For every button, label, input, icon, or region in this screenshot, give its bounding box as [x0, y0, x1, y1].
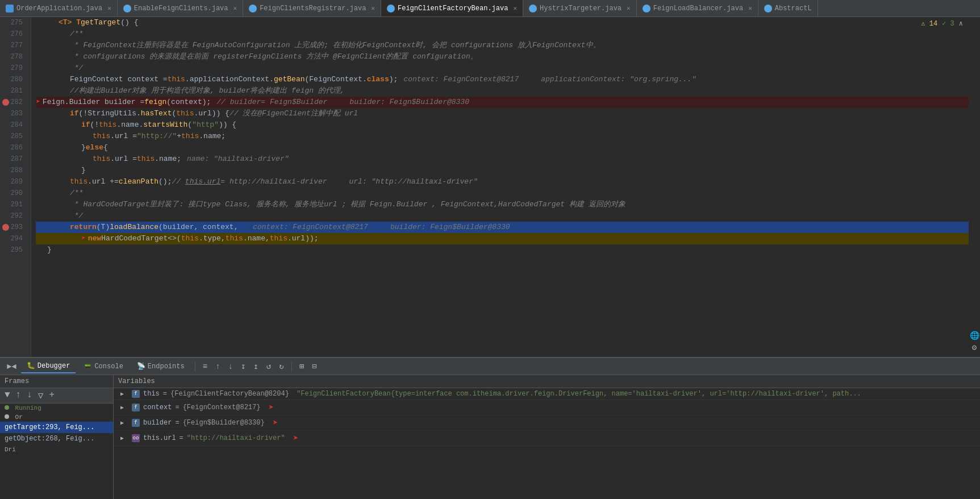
variable-this[interactable]: f this = {FeignClientFactoryBean@8204} "… [114, 388, 980, 400]
expand-builder-icon[interactable] [120, 419, 128, 427]
var-type-icon-builder: f [132, 419, 140, 427]
gutter-line-284: 284 [0, 119, 26, 131]
iface-icon [387, 5, 395, 13]
close-icon[interactable]: ✕ [233, 5, 237, 12]
frame-get-object[interactable]: getObject:268, Feig... [0, 433, 113, 444]
tab-bar: OrderApplication.java ✕ EnableFeignClien… [0, 0, 980, 17]
tab-order-application[interactable]: OrderApplication.java ✕ [0, 0, 118, 17]
editor-area: ⚠ 14 ✓ 3 ∧ 275 276 277 278 279 [0, 17, 980, 357]
expand-context-icon[interactable] [120, 404, 128, 411]
gutter-line-292: 292 [0, 210, 26, 222]
gutter-line-286: 286 [0, 142, 26, 153]
step-down-icon[interactable]: ↓ [225, 361, 235, 372]
code-line-282: ➤ Feign.Builder builder = feign(context)… [36, 97, 969, 108]
frame-up-button[interactable]: ↑ [14, 390, 24, 401]
debug-arrow-282: ➤ [36, 97, 40, 108]
tab-feign-client-factory-bean[interactable]: FeignClientFactoryBean.java ✕ [381, 0, 523, 17]
code-line-275: <T> T getTarget() { [36, 17, 969, 28]
iface-icon [249, 5, 257, 13]
frame-get-target[interactable]: getTarget:293, Feig... [0, 422, 113, 433]
tab-debugger[interactable]: 🐛 Debugger [21, 359, 76, 373]
step-up-icon[interactable]: ↑ [212, 361, 223, 372]
breakpoint-icon-282[interactable] [2, 99, 9, 106]
gutter-line-278: 278 [0, 51, 26, 63]
variable-context[interactable]: f context = {FeignContext@8217} ➤ [114, 400, 980, 415]
run-to-cursor-icon[interactable]: ↺ [264, 360, 274, 372]
tab-feign-load-balancer[interactable]: FeignLoadBalancer.java ✕ [637, 0, 758, 17]
code-container: 275 276 277 278 279 280 28 [0, 17, 980, 357]
step-out-icon[interactable]: ↥ [251, 360, 261, 372]
gutter-line-291: 291 [0, 199, 26, 210]
tab-endpoints[interactable]: 📡 Endpoints [131, 360, 190, 373]
gutter-line-295: 295 [0, 244, 26, 256]
gutter-line-294: 294 [0, 233, 26, 244]
step-over-icon[interactable]: ≡ [200, 361, 210, 372]
code-line-285: this.url = "http://" + this.name; [36, 131, 969, 142]
filter-frames-button[interactable]: ▽ [36, 390, 46, 401]
gutter-line-285: 285 [0, 131, 26, 142]
close-icon[interactable]: ✕ [513, 5, 517, 12]
variable-builder[interactable]: f builder = {Feign$Builder@8330} ➤ [114, 415, 980, 431]
code-line-279: */ [36, 63, 969, 74]
var-type-icon: f [132, 390, 140, 398]
gutter-line-281: 281 [0, 85, 26, 97]
filter-icon[interactable]: ⊟ [309, 360, 319, 372]
code-line-295: } [36, 244, 969, 256]
code-line-287: this.url = this.name; name: "hailtaxi-dr… [36, 153, 969, 165]
thread-running: Running [0, 404, 113, 413]
debugger-icon: 🐛 [27, 361, 35, 370]
watch-icon[interactable]: ⊞ [297, 360, 307, 372]
tab-feign-clients-registrar[interactable]: FeignClientsRegistrar.java ✕ [243, 0, 381, 17]
close-icon[interactable]: ✕ [627, 5, 631, 12]
code-line-281: //构建出Builder对象 用于构造代理对象, builder将会构建出 fe… [36, 85, 969, 97]
variable-this-url[interactable]: oo this.url = "http://hailtaxi-driver" ➤ [114, 431, 980, 446]
code-editor[interactable]: <T> T getTarget() { /** * FeignContext注册… [31, 17, 969, 357]
var-type-icon-context: f [132, 404, 140, 411]
console-icon: 📟 [84, 362, 92, 371]
code-line-277: * FeignContext注册到容器是在 FeignAutoConfigura… [36, 40, 969, 51]
thread-up-button[interactable]: ▼ [2, 390, 12, 401]
frame-down-button[interactable]: ↓ [24, 390, 35, 401]
tab-hystrix-targeter[interactable]: HystrixTargeter.java ✕ [523, 0, 637, 17]
evaluate-icon[interactable]: ↻ [276, 360, 286, 372]
expand-thisurl-icon[interactable] [120, 434, 128, 442]
thread-or: Or [0, 413, 113, 422]
gutter-line-289: 289 [0, 176, 26, 188]
gutter-line-275: 275 [0, 17, 26, 28]
expand-this-icon[interactable] [120, 390, 128, 398]
var-type-icon-url: oo [132, 434, 140, 442]
world-icon[interactable]: 🌐 [970, 331, 979, 340]
close-icon[interactable]: ✕ [107, 5, 111, 12]
endpoints-icon: 📡 [137, 362, 145, 371]
iface-icon [529, 5, 537, 13]
code-line-278: * configurations 的来源就是在前面 registerFeignC… [36, 51, 969, 63]
red-arrow-context: ➤ [268, 402, 274, 413]
tab-abstract-l[interactable]: AbstractL [758, 0, 818, 17]
close-icon[interactable]: ✕ [371, 5, 375, 12]
code-line-284: if (!this.name.startsWith("http")) { [36, 119, 969, 131]
expand-panel-button[interactable]: ►◄ [5, 361, 19, 372]
toolbar-separator [195, 361, 195, 372]
breakpoint-icon-293[interactable] [2, 224, 9, 231]
gutter-line-276: 276 [0, 28, 26, 40]
iface-icon [643, 5, 650, 13]
gutter-line-283: 283 [0, 108, 26, 119]
frames-header: Frames [0, 375, 113, 388]
close-icon[interactable]: ✕ [748, 5, 752, 12]
add-frame-button[interactable]: + [47, 390, 57, 401]
step-into-icon[interactable]: ↧ [238, 360, 248, 372]
code-line-283: if (!StringUtils.hasText(this.url)) { //… [36, 108, 969, 119]
code-line-292: */ [36, 210, 969, 222]
iface-icon [123, 5, 131, 13]
tab-enable-feign-clients[interactable]: EnableFeignClients.java ✕ [118, 0, 243, 17]
variables-panel: Variables f this = {FeignClientFactoryBe… [114, 375, 980, 499]
code-line-276: /** [36, 28, 969, 40]
java-icon [6, 5, 14, 13]
tab-console[interactable]: 📟 Console [78, 360, 128, 373]
right-gutter: 🌐 ⚙ [969, 17, 980, 357]
gutter-line-287: 287 [0, 153, 26, 165]
gutter-line-290: 290 [0, 188, 26, 199]
gutter-line-277: 277 [0, 40, 26, 51]
frames-list: Running Or getTarget:293, Feig... getObj… [0, 404, 113, 499]
settings-icon[interactable]: ⚙ [972, 343, 977, 352]
